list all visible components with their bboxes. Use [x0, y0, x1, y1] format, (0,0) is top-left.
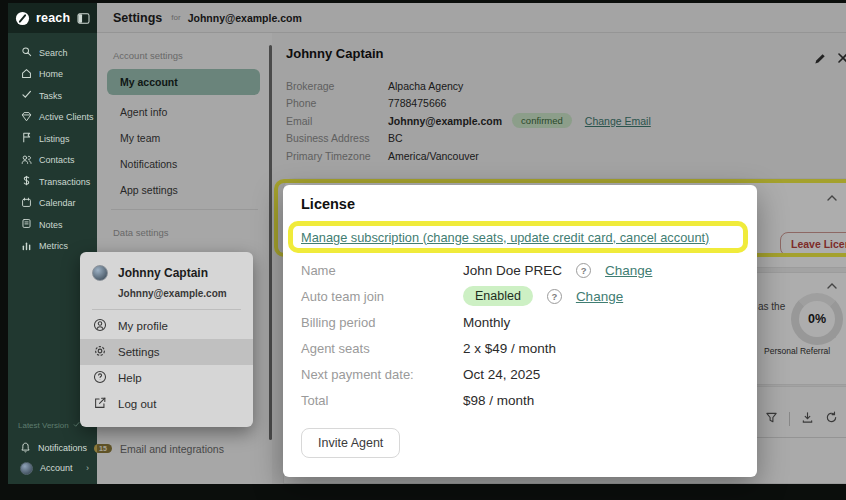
invite-agent-button[interactable]: Invite Agent [301, 428, 400, 458]
field-label: Auto team join [301, 289, 463, 304]
account-label: Account [40, 463, 73, 473]
sidebar-item-listings[interactable]: Listings [8, 128, 97, 150]
menu-item-log-out[interactable]: Log out [80, 391, 253, 417]
version-check-icon [73, 421, 80, 430]
log-out-icon [93, 396, 107, 412]
annotation-highlight-manage-link: Manage subscription (change seats, updat… [288, 221, 748, 253]
sidebar-item-label: Tasks [39, 91, 62, 101]
people-icon [21, 154, 32, 167]
sidebar-footer: Latest Version Notifications 15 Account … [8, 421, 97, 478]
field-value: $98 / month [463, 393, 534, 408]
sidebar-item-notifications[interactable]: Notifications 15 [8, 438, 97, 458]
manage-subscription-link[interactable]: Manage subscription (change seats, updat… [301, 230, 709, 245]
field-label: Agent seats [301, 341, 463, 356]
sidebar-item-transactions[interactable]: Transactions [8, 171, 97, 193]
help-icon[interactable]: ? [547, 289, 562, 304]
sidebar-item-label: Transactions [39, 177, 90, 187]
menu-item-my-profile[interactable]: My profile [80, 313, 253, 339]
check-icon [21, 89, 32, 102]
sidebar-item-home[interactable]: Home [8, 64, 97, 86]
menu-item-label: Help [118, 372, 142, 384]
sidebar-item-label: Active Clients [39, 112, 94, 122]
modal-title: License [301, 196, 355, 212]
chevron-right-icon: › [86, 463, 89, 473]
change-auto-team-join-link[interactable]: Change [576, 289, 623, 304]
sidebar-item-label: Metrics [39, 241, 68, 251]
sidebar-nav: Search Home Tasks Active Clients Listing… [8, 42, 97, 257]
change-name-link[interactable]: Change [605, 263, 652, 278]
sidebar-item-calendar[interactable]: Calendar [8, 193, 97, 215]
logo-row: reach [8, 3, 97, 33]
calendar-icon [21, 197, 32, 210]
help-icon[interactable]: ? [576, 263, 591, 278]
license-row-auto-team-join: Auto team join Enabled ? Change [301, 283, 743, 309]
help-circle-icon [93, 370, 107, 386]
menu-item-settings[interactable]: Settings [80, 339, 253, 365]
person-circle-icon [93, 318, 107, 334]
license-modal: License Manage subscription (change seat… [283, 185, 757, 477]
field-value: Oct 24, 2025 [463, 367, 540, 382]
menu-item-label: Log out [118, 398, 156, 410]
sidebar-item-label: Calendar [39, 198, 76, 208]
divider [92, 309, 241, 310]
reach-logo-icon [15, 11, 30, 26]
bell-icon [20, 442, 31, 455]
license-row-next-payment: Next payment date: Oct 24, 2025 [301, 361, 743, 387]
account-avatar [20, 462, 33, 475]
sidebar-item-search[interactable]: Search [8, 42, 97, 64]
search-icon [21, 46, 32, 59]
bar-chart-icon [21, 240, 32, 253]
sidebar-item-account[interactable]: Account › [8, 458, 97, 478]
license-row-total: Total $98 / month [301, 387, 743, 413]
dollar-icon [21, 175, 32, 188]
gear-icon [93, 344, 107, 360]
user-menu-name: Johnny Captain [118, 266, 208, 280]
field-value: Monthly [463, 315, 510, 330]
version-text: Latest Version [18, 421, 69, 430]
notifications-label: Notifications [38, 443, 87, 453]
field-label: Total [301, 393, 463, 408]
field-label: Billing period [301, 315, 463, 330]
field-value: 2 x $49 / month [463, 341, 556, 356]
field-label: Next payment date: [301, 367, 463, 382]
license-details: Name John Doe PREC ? Change Auto team jo… [301, 257, 743, 413]
collapse-sidebar-icon[interactable] [77, 13, 90, 24]
user-menu-header: Johnny Captain Johnny@example.com [80, 252, 253, 310]
license-row-billing-period: Billing period Monthly [301, 309, 743, 335]
sidebar-item-notes[interactable]: Notes [8, 214, 97, 236]
license-row-agent-seats: Agent seats 2 x $49 / month [301, 335, 743, 361]
flag-icon [21, 132, 32, 145]
screen: reach Search Home Tasks Active Clients [0, 0, 846, 500]
sidebar-item-label: Notes [39, 220, 63, 230]
home-icon [21, 68, 32, 81]
menu-item-help[interactable]: Help [80, 365, 253, 391]
app-name: reach [36, 11, 70, 25]
sidebar-item-label: Home [39, 69, 63, 79]
sidebar-item-tasks[interactable]: Tasks [8, 85, 97, 107]
sidebar-item-label: Contacts [39, 155, 75, 165]
sidebar-item-label: Search [39, 48, 68, 58]
menu-item-label: My profile [118, 320, 168, 332]
field-label: Name [301, 263, 463, 278]
gem-icon [21, 111, 32, 124]
license-row-name: Name John Doe PREC ? Change [301, 257, 743, 283]
enabled-badge: Enabled [463, 286, 533, 306]
sidebar-item-label: Listings [39, 134, 70, 144]
user-avatar [92, 265, 108, 281]
note-icon [21, 218, 32, 231]
menu-item-label: Settings [118, 346, 160, 358]
user-menu-popup: Johnny Captain Johnny@example.com My pro… [80, 252, 253, 427]
field-value: John Doe PREC [463, 263, 562, 278]
sidebar-item-active-clients[interactable]: Active Clients [8, 107, 97, 129]
user-menu-email: Johnny@example.com [118, 288, 241, 299]
sidebar-item-contacts[interactable]: Contacts [8, 150, 97, 172]
